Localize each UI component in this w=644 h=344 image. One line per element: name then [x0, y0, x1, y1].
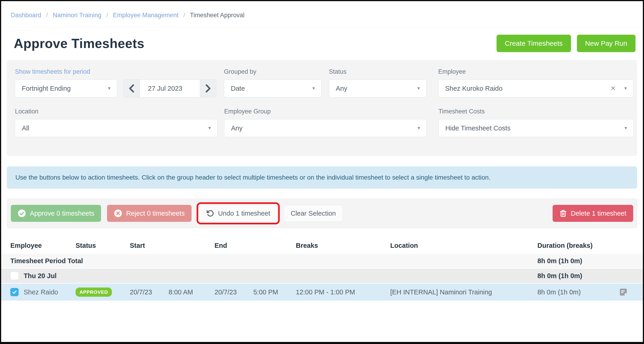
group-date-label: Thu 20 Jul: [24, 272, 56, 280]
employee-group-value: Any: [231, 124, 242, 132]
new-pay-run-button[interactable]: New Pay Run: [577, 35, 636, 52]
period-date-input[interactable]: 27 Jul 2023: [140, 80, 200, 97]
chevron-down-icon: ▼: [107, 86, 112, 91]
group-checkbox[interactable]: [10, 272, 18, 280]
col-header-breaks: Breaks: [296, 242, 390, 250]
row-start-time: 8:00 AM: [168, 288, 214, 296]
period-total-duration: 8h 0m (1h 0m): [538, 257, 619, 265]
employee-group-label: Employee Group: [224, 108, 427, 115]
status-value: Any: [336, 85, 347, 92]
grouped-by-select[interactable]: Date ▼: [224, 80, 322, 97]
employee-group-filter-group: Employee Group Any ▼: [224, 108, 427, 137]
reject-timesheets-button[interactable]: Reject 0 timesheets: [107, 205, 192, 222]
breadcrumb-link-employee-management[interactable]: Employee Management: [113, 12, 178, 18]
location-label: Location: [15, 108, 218, 115]
status-badge: APPROVED: [76, 288, 112, 297]
period-total-label: Timesheet Period Total: [10, 257, 168, 265]
employee-value: Shez Kuroko Raido: [445, 85, 502, 92]
info-banner: Use the buttons below to action timeshee…: [7, 166, 637, 188]
x-circle-icon: [114, 209, 122, 218]
breadcrumb: Dashboard / Naminori Training / Employee…: [1, 1, 643, 28]
chevron-down-icon: ▼: [312, 86, 316, 91]
period-total-row: Timesheet Period Total 8h 0m (1h 0m): [1, 254, 643, 268]
delete-timesheet-button[interactable]: Delete 1 timesheet: [552, 205, 633, 222]
header-actions: Create Timesheets New Pay Run: [496, 35, 636, 52]
timesheet-table: Employee Status Start End Breaks Locatio…: [1, 239, 643, 300]
note-icon[interactable]: [619, 288, 628, 296]
status-select[interactable]: Any ▼: [329, 80, 426, 97]
next-period-button[interactable]: [200, 80, 216, 97]
row-location: [EH INTERNAL] Naminori Training: [390, 288, 538, 296]
undo-timesheet-button[interactable]: Undo 1 timesheet: [199, 205, 277, 222]
breadcrumb-separator: /: [106, 12, 108, 18]
employee-label: Employee: [438, 68, 634, 75]
chevron-down-icon: ▼: [624, 126, 628, 131]
location-value: All: [22, 124, 29, 132]
col-header-status: Status: [76, 242, 130, 250]
chevron-down-icon: ▼: [208, 126, 212, 131]
clear-selection-label: Clear Selection: [290, 210, 336, 217]
chevron-right-icon: [205, 84, 211, 92]
period-date-navigator: 27 Jul 2023: [123, 80, 216, 97]
timesheet-row[interactable]: Shez Raido APPROVED 20/7/23 8:00 AM 20/7…: [1, 284, 643, 300]
row-checkbox[interactable]: [10, 288, 18, 296]
reject-button-label: Reject 0 timesheets: [126, 210, 185, 217]
timesheet-costs-select[interactable]: Hide Timesheet Costs ▼: [438, 119, 634, 137]
group-header-row[interactable]: Thu 20 Jul 8h 0m (1h 0m): [1, 269, 643, 283]
grouped-by-filter-group: Grouped by Date ▼: [224, 68, 322, 97]
approve-timesheets-button[interactable]: Approve 0 timesheets: [11, 205, 101, 222]
previous-period-button[interactable]: [124, 80, 140, 97]
group-duration: 8h 0m (1h 0m): [538, 272, 619, 280]
chevron-left-icon: [128, 84, 134, 92]
breadcrumb-separator: /: [183, 12, 185, 18]
check-circle-icon: [18, 209, 26, 218]
breadcrumb-separator: /: [46, 12, 48, 18]
approve-button-label: Approve 0 timesheets: [30, 210, 94, 217]
row-duration: 8h 0m (1h 0m): [538, 288, 619, 296]
breadcrumb-link-naminori-training[interactable]: Naminori Training: [53, 12, 102, 18]
clear-selection-button[interactable]: Clear Selection: [284, 205, 343, 222]
action-toolbar: Approve 0 timesheets Reject 0 timesheets…: [7, 199, 637, 228]
page-header: Approve Timesheets Create Timesheets New…: [1, 28, 643, 58]
period-filter-group: Show timesheets for period Fortnight End…: [15, 68, 216, 97]
row-end-time: 5:00 PM: [253, 288, 296, 296]
chevron-down-icon: ▼: [623, 86, 628, 91]
col-header-end: End: [214, 242, 296, 250]
red-highlight-annotation: Undo 1 timesheet: [196, 202, 280, 224]
col-header-duration: Duration (breaks): [538, 242, 619, 250]
period-type-select[interactable]: Fortnight Ending ▼: [15, 80, 117, 97]
filters-panel: Show timesheets for period Fortnight End…: [7, 60, 637, 156]
breadcrumb-link-dashboard[interactable]: Dashboard: [11, 12, 41, 18]
undo-button-label: Undo 1 timesheet: [218, 210, 270, 217]
breadcrumb-current: Timesheet Approval: [190, 12, 244, 18]
timesheet-costs-value: Hide Timesheet Costs: [445, 124, 510, 132]
status-filter-group: Status Any ▼: [329, 68, 426, 97]
delete-button-label: Delete 1 timesheet: [571, 210, 626, 217]
info-banner-text: Use the buttons below to action timeshee…: [16, 174, 490, 181]
timesheet-costs-label: Timesheet Costs: [438, 108, 634, 115]
period-filter-label: Show timesheets for period: [15, 68, 216, 75]
table-header-row: Employee Status Start End Breaks Locatio…: [1, 239, 643, 252]
timesheet-costs-filter-group: Timesheet Costs Hide Timesheet Costs ▼: [438, 108, 634, 137]
timesheet-approval-page: Dashboard / Naminori Training / Employee…: [0, 0, 644, 344]
chevron-down-icon: ▼: [416, 86, 421, 91]
clear-employee-icon[interactable]: ✕: [610, 85, 616, 92]
col-header-employee: Employee: [10, 242, 76, 250]
employee-select[interactable]: Shez Kuroko Raido ✕ ▼: [438, 80, 634, 97]
location-filter-group: Location All ▼: [15, 108, 218, 137]
row-employee-name: Shez Raido: [24, 288, 58, 296]
employee-group-select[interactable]: Any ▼: [224, 119, 427, 137]
create-timesheets-button[interactable]: Create Timesheets: [496, 35, 571, 52]
col-header-start: Start: [130, 242, 214, 250]
undo-icon: [206, 210, 214, 217]
period-type-value: Fortnight Ending: [22, 85, 71, 92]
row-end-date: 20/7/23: [214, 288, 253, 296]
chevron-down-icon: ▼: [416, 126, 421, 131]
checkmark-icon: [12, 289, 17, 295]
col-header-location: Location: [390, 242, 538, 250]
grouped-by-value: Date: [231, 85, 245, 92]
grouped-by-label: Grouped by: [224, 68, 322, 75]
location-select[interactable]: All ▼: [15, 119, 218, 137]
row-start-date: 20/7/23: [130, 288, 168, 296]
status-label: Status: [329, 68, 426, 75]
